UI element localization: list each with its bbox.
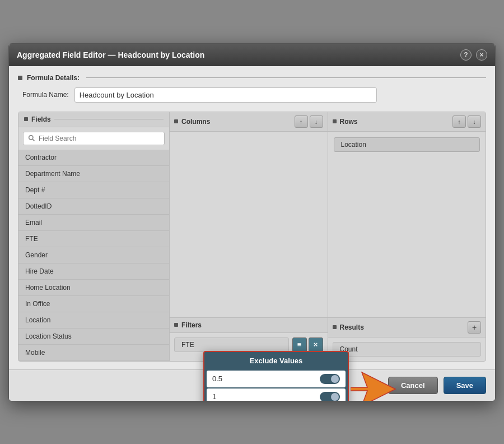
- columns-arrows: ↑ ↓: [295, 115, 323, 128]
- formula-details-header: Formula Details:: [18, 74, 486, 82]
- filters-label: Filters: [174, 321, 207, 329]
- results-count-chip: Count: [333, 342, 482, 357]
- field-search-box[interactable]: [23, 132, 165, 145]
- list-item[interactable]: Location: [18, 312, 169, 329]
- rows-down-arrow[interactable]: ↓: [468, 115, 481, 128]
- exclude-toggle-1[interactable]: [320, 374, 340, 384]
- filters-section: Filters FTE ≡ ×: [170, 318, 328, 361]
- title-bar: Aggregated Field Editor — Headcount by L…: [9, 44, 495, 66]
- exclude-value-row-1: 0.5: [207, 371, 346, 387]
- list-item[interactable]: Mobile: [18, 345, 169, 361]
- filter-list-button[interactable]: ≡: [292, 337, 307, 352]
- formula-row: Formula Name:: [18, 87, 486, 103]
- field-search-input[interactable]: [39, 135, 160, 142]
- columns-down-arrow[interactable]: ↓: [310, 115, 323, 128]
- columns-up-arrow[interactable]: ↑: [295, 115, 308, 128]
- svg-line-1: [32, 139, 34, 141]
- list-item[interactable]: Home Location: [18, 280, 169, 296]
- list-item[interactable]: FTE: [18, 231, 169, 247]
- list-item[interactable]: Department Name: [18, 166, 169, 182]
- columns-header: Columns ↑ ↓: [170, 112, 328, 132]
- results-content: Count: [328, 337, 486, 361]
- fields-label: Fields: [31, 115, 51, 123]
- exclude-value-1: 0.5: [212, 374, 222, 383]
- list-item[interactable]: Dept #: [18, 182, 169, 198]
- filter-table: FTE ≡ × Exclude Values 0.5: [170, 333, 328, 357]
- rows-header: Rows ↑ ↓: [328, 112, 486, 132]
- columns-label: Columns: [174, 118, 216, 126]
- list-item[interactable]: Location Status: [18, 329, 169, 345]
- results-add-button[interactable]: +: [468, 321, 481, 334]
- close-icon[interactable]: ×: [476, 49, 487, 61]
- search-icon: [28, 135, 35, 142]
- filters-header: Filters: [170, 318, 328, 333]
- formula-name-input[interactable]: [74, 87, 377, 103]
- list-item[interactable]: Email: [18, 215, 169, 231]
- title-bar-icons: ? ×: [460, 49, 487, 61]
- exclude-value-row-2: 1: [207, 388, 346, 401]
- rows-up-arrow[interactable]: ↑: [452, 115, 466, 128]
- rows-label: Rows: [333, 118, 363, 126]
- rows-content: Location: [328, 132, 486, 244]
- svg-point-0: [29, 136, 33, 140]
- columns-content: [170, 132, 328, 244]
- filter-row-fte: FTE ≡ ×: [174, 337, 323, 352]
- results-label: Results: [333, 323, 370, 331]
- help-icon[interactable]: ?: [460, 49, 472, 61]
- list-item[interactable]: Contractor: [18, 150, 169, 166]
- filter-actions: ≡ ×: [292, 337, 323, 352]
- list-item[interactable]: Hire Date: [18, 263, 169, 280]
- aggregated-field-editor-dialog: Aggregated Field Editor — Headcount by L…: [8, 43, 496, 401]
- cancel-button[interactable]: Cancel: [388, 377, 438, 394]
- right-panel: Columns ↑ ↓: [170, 112, 486, 361]
- formula-label: Formula Name:: [22, 91, 69, 99]
- save-button[interactable]: Save: [444, 377, 486, 394]
- fields-panel-header: Fields: [18, 112, 169, 127]
- rows-location-chip: Location: [334, 137, 480, 152]
- rows-arrows: ↑ ↓: [452, 115, 481, 128]
- fields-panel: Fields Contractor Department Name Dept #…: [18, 112, 170, 361]
- main-grid: Fields Contractor Department Name Dept #…: [18, 112, 486, 362]
- bottom-row: Filters FTE ≡ ×: [170, 317, 486, 361]
- exclude-values-popup: Exclude Values 0.5 1: [203, 351, 349, 401]
- list-item[interactable]: Gender: [18, 247, 169, 263]
- rows-section: Rows ↑ ↓ Location: [328, 112, 486, 317]
- dialog-title: Aggregated Field Editor — Headcount by L…: [17, 50, 204, 59]
- exclude-popup-title: Exclude Values: [204, 352, 348, 369]
- exclude-toggle-2[interactable]: [320, 392, 340, 401]
- list-item[interactable]: In Office: [18, 296, 169, 312]
- fields-list: Contractor Department Name Dept # Dotted…: [18, 150, 169, 361]
- filter-close-button[interactable]: ×: [309, 337, 323, 352]
- results-header: Results +: [328, 318, 486, 337]
- top-row: Columns ↑ ↓: [170, 112, 486, 317]
- results-section: Results + Count: [328, 318, 486, 361]
- columns-section: Columns ↑ ↓: [170, 112, 328, 317]
- list-item[interactable]: DottedID: [18, 198, 169, 215]
- dialog-body: Formula Details: Formula Name: Fields: [9, 66, 495, 369]
- filter-fte-label: FTE: [174, 337, 289, 352]
- exclude-value-2: 1: [212, 392, 216, 401]
